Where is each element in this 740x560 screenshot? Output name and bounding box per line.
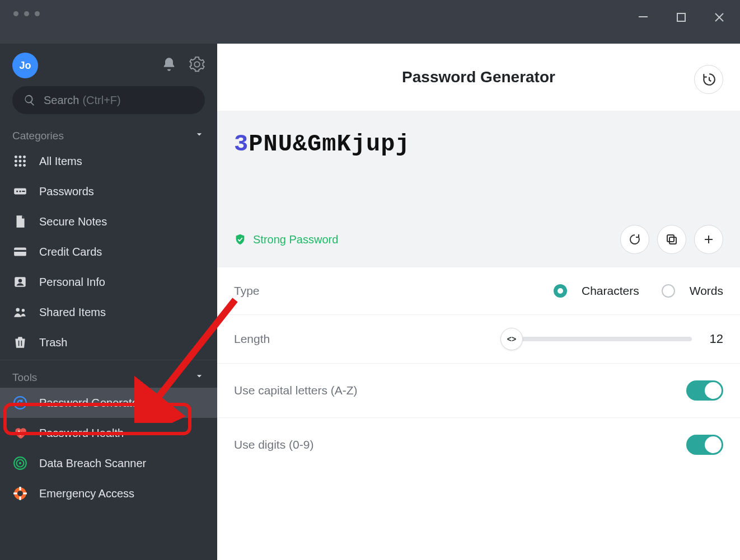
categories-header[interactable]: Categories bbox=[0, 119, 217, 146]
svg-point-8 bbox=[19, 160, 22, 163]
svg-point-28 bbox=[19, 462, 21, 464]
radio-characters[interactable]: Characters bbox=[554, 284, 639, 298]
svg-rect-33 bbox=[13, 492, 17, 494]
trash-icon bbox=[12, 335, 28, 350]
radio-words[interactable]: Words bbox=[662, 284, 723, 298]
history-icon bbox=[701, 72, 716, 87]
refresh-circle-icon bbox=[12, 396, 28, 410]
sidebar-item-secure-notes[interactable]: Secure Notes bbox=[0, 206, 217, 237]
svg-point-9 bbox=[23, 160, 26, 163]
slider-thumb[interactable]: <> bbox=[500, 328, 523, 350]
main-content: Password Generator 3PNU&GmKjupj Strong P… bbox=[217, 44, 740, 560]
sidebar-item-label: Passwords bbox=[39, 185, 94, 198]
copy-icon bbox=[665, 233, 678, 246]
svg-rect-24 bbox=[21, 341, 22, 346]
toggle-use-capitals[interactable] bbox=[686, 380, 723, 401]
maximize-button[interactable] bbox=[674, 11, 689, 26]
add-button[interactable] bbox=[694, 225, 723, 254]
generated-password: 3PNU&GmKjupj bbox=[234, 131, 723, 158]
svg-rect-0 bbox=[639, 16, 648, 17]
svg-point-15 bbox=[19, 190, 21, 192]
page-title: Password Generator bbox=[402, 68, 555, 86]
sidebar-item-label: Shared Items bbox=[39, 306, 106, 319]
sidebar: Jo Search (Ctrl+F) Catego bbox=[0, 44, 217, 560]
sidebar-item-label: Credit Cards bbox=[39, 246, 102, 258]
setting-type: Type Characters Words bbox=[217, 267, 740, 315]
search-label: Search bbox=[44, 94, 79, 107]
search-hint: (Ctrl+F) bbox=[82, 94, 120, 107]
svg-point-4 bbox=[15, 156, 17, 158]
person-card-icon bbox=[12, 275, 28, 289]
refresh-icon bbox=[628, 233, 641, 246]
setting-label: Use capital letters (A-Z) bbox=[234, 384, 358, 397]
sidebar-item-emergency-access[interactable]: Emergency Access bbox=[0, 478, 217, 509]
radio-label: Characters bbox=[582, 284, 639, 298]
sidebar-item-label: Trash bbox=[39, 336, 67, 349]
close-button[interactable] bbox=[712, 11, 727, 26]
plus-icon bbox=[702, 233, 715, 246]
history-button[interactable] bbox=[694, 65, 723, 94]
password-icon bbox=[12, 184, 28, 199]
sidebar-item-label: All Items bbox=[39, 155, 82, 168]
minimize-button[interactable] bbox=[636, 11, 650, 26]
setting-use-digits: Use digits (0-9) bbox=[217, 418, 740, 472]
setting-label: Use digits (0-9) bbox=[234, 438, 313, 451]
sidebar-item-all-items[interactable]: All Items bbox=[0, 146, 217, 176]
length-slider[interactable]: <> bbox=[513, 337, 692, 341]
svg-point-21 bbox=[16, 308, 20, 312]
sidebar-item-label: Data Breach Scanner bbox=[39, 457, 146, 470]
setting-use-capitals: Use capital letters (A-Z) bbox=[217, 364, 740, 418]
grid-icon bbox=[12, 154, 28, 168]
menu-dots[interactable] bbox=[13, 11, 40, 16]
svg-point-7 bbox=[15, 160, 17, 163]
svg-rect-36 bbox=[669, 237, 676, 244]
settings-icon[interactable] bbox=[189, 57, 205, 74]
setting-label: Length bbox=[234, 332, 270, 346]
sidebar-item-passwords[interactable]: Passwords bbox=[0, 176, 217, 206]
chevron-down-icon bbox=[194, 129, 205, 143]
svg-point-5 bbox=[19, 156, 22, 158]
chevron-down-icon bbox=[194, 370, 205, 384]
target-icon bbox=[12, 456, 28, 470]
regenerate-button[interactable] bbox=[620, 225, 649, 254]
sidebar-item-password-health[interactable]: Password Health bbox=[0, 418, 217, 448]
shield-check-icon bbox=[234, 233, 246, 246]
sidebar-item-password-generator[interactable]: Password Generator bbox=[0, 388, 217, 418]
sidebar-item-data-breach-scanner[interactable]: Data Breach Scanner bbox=[0, 448, 217, 478]
svg-rect-18 bbox=[14, 250, 26, 252]
sidebar-item-label: Password Generator bbox=[39, 397, 142, 410]
shared-icon bbox=[12, 305, 28, 319]
sidebar-item-personal-info[interactable]: Personal Info bbox=[0, 267, 217, 297]
setting-length: Length <> 12 bbox=[217, 315, 740, 364]
sidebar-item-label: Password Health bbox=[39, 427, 124, 440]
lifebuoy-icon bbox=[12, 486, 28, 501]
length-value: 12 bbox=[706, 332, 723, 346]
svg-rect-31 bbox=[19, 487, 21, 491]
svg-rect-23 bbox=[18, 341, 20, 346]
toggle-use-digits[interactable] bbox=[686, 435, 723, 455]
tools-header[interactable]: Tools bbox=[0, 360, 217, 388]
sidebar-item-trash[interactable]: Trash bbox=[0, 327, 217, 357]
sidebar-item-label: Emergency Access bbox=[39, 487, 134, 500]
svg-point-20 bbox=[18, 279, 22, 283]
tools-header-label: Tools bbox=[12, 371, 37, 384]
sidebar-item-credit-cards[interactable]: Credit Cards bbox=[0, 237, 217, 267]
svg-point-30 bbox=[17, 491, 23, 496]
sidebar-item-label: Secure Notes bbox=[39, 215, 107, 228]
svg-point-22 bbox=[22, 309, 25, 312]
svg-point-11 bbox=[19, 164, 22, 167]
svg-point-6 bbox=[23, 156, 26, 158]
card-icon bbox=[12, 244, 28, 259]
radio-indicator bbox=[662, 284, 675, 298]
svg-rect-1 bbox=[677, 13, 685, 21]
search-input[interactable]: Search (Ctrl+F) bbox=[12, 86, 205, 114]
note-icon bbox=[12, 214, 28, 229]
notifications-icon[interactable] bbox=[161, 57, 177, 74]
sidebar-item-shared-items[interactable]: Shared Items bbox=[0, 297, 217, 327]
strength-label: Strong Password bbox=[253, 233, 338, 246]
svg-point-10 bbox=[15, 164, 17, 167]
avatar[interactable]: Jo bbox=[12, 53, 38, 78]
svg-point-14 bbox=[16, 190, 18, 192]
svg-point-25 bbox=[14, 397, 26, 409]
copy-button[interactable] bbox=[657, 225, 686, 254]
